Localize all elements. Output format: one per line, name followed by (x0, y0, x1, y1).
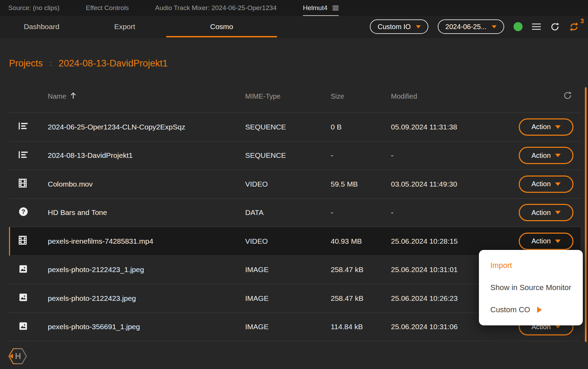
menu-item-show-in-source-monitor[interactable]: Show in Source Monitor (479, 277, 583, 299)
chevron-down-icon (555, 154, 561, 157)
chevron-down-icon (555, 325, 561, 328)
menu-lines-icon[interactable] (532, 23, 541, 30)
helmut-panel-bar: Dashboard Export Cosmo Custom IO 2024-06… (0, 16, 588, 38)
table-row[interactable]: ? HD Bars and Tone DATA - - Action (9, 199, 580, 227)
table-row[interactable]: 2024-06-25-Oper1234-CLN-Copy2ExpSqz SEQU… (9, 113, 580, 142)
custom-io-label: Custom IO (377, 23, 411, 31)
file-name: Colombo.mov (48, 180, 245, 188)
chevron-down-icon (555, 211, 561, 214)
film-icon (19, 179, 27, 188)
modified-date: 05.09.2024 11:31:38 (391, 123, 516, 131)
submenu-arrow-icon (537, 307, 542, 313)
project-dropdown[interactable]: 2024-06-25... (438, 19, 504, 34)
file-name: pexels-irenefilms-74285831.mp4 (48, 237, 245, 245)
tab-dashboard[interactable]: Dashboard (0, 16, 83, 37)
question-icon: ? (19, 207, 28, 216)
project-dropdown-label: 2024-06-25... (445, 23, 487, 31)
action-context-menu: Import Show in Source Monitor Custom CO (479, 250, 583, 325)
svg-text:H: H (15, 351, 21, 361)
mime-type: SEQUENCE (245, 151, 331, 160)
app-tab-label: Audio Track Mixer: 2024-06-25-Oper1234 (155, 4, 277, 12)
breadcrumb-current-project[interactable]: 2024-08-13-DavidProjekt1 (59, 58, 168, 69)
file-size: 258.47 kB (331, 294, 391, 303)
table-header: Name MIME-Type Size Modified (9, 80, 580, 113)
table-refresh-icon[interactable] (563, 91, 580, 102)
menu-item-import[interactable]: Import (479, 254, 583, 277)
menu-item-custom-co[interactable]: Custom CO (479, 299, 583, 321)
modified-date: 03.05.2024 11:49:30 (391, 180, 516, 188)
connection-status-icon (514, 22, 523, 31)
file-size: 114.84 kB (331, 323, 391, 331)
breadcrumb: Projects : 2024-08-13-DavidProjekt1 (9, 57, 588, 70)
file-name: HD Bars and Tone (48, 208, 245, 217)
file-size: 59.5 MB (331, 180, 391, 188)
panel-bar-controls: Custom IO 2024-06-25... (370, 16, 579, 37)
tab-export[interactable]: Export (83, 16, 166, 37)
tab-label: Cosmo (210, 22, 233, 31)
file-size: 258.47 kB (331, 266, 391, 274)
app-tab-label: Helmut4 (303, 4, 328, 12)
breadcrumb-separator: : (50, 60, 52, 68)
mime-type: DATA (245, 208, 331, 217)
image-icon (19, 264, 28, 273)
tab-label: Dashboard (24, 22, 60, 31)
breadcrumb-projects[interactable]: Projects (9, 58, 43, 69)
column-header-name[interactable]: Name (48, 92, 245, 101)
helmut-logo: H (8, 346, 28, 368)
film-icon (19, 236, 27, 245)
app-tab-label: Effect Controls (86, 4, 129, 12)
chevron-down-icon (555, 182, 561, 186)
sync-count-badge: 3 (580, 18, 584, 25)
file-size: - (331, 208, 391, 217)
custom-io-dropdown[interactable]: Custom IO (370, 19, 428, 34)
column-header-size[interactable]: Size (331, 92, 391, 100)
refresh-icon[interactable] (550, 22, 560, 32)
file-size: 40.93 MB (331, 237, 391, 245)
mime-type: IMAGE (245, 266, 331, 274)
table-row[interactable]: 2024-08-13-DavidProjekt1 SEQUENCE - - Ac… (9, 142, 580, 170)
panel-menu-icon[interactable] (332, 5, 339, 11)
file-name: pexels-photo-356691_1.jpeg (48, 323, 245, 331)
table-row[interactable]: Colombo.mov VIDEO 59.5 MB 03.05.2024 11:… (9, 170, 580, 199)
column-header-mime[interactable]: MIME-Type (245, 92, 331, 100)
mime-type: VIDEO (245, 180, 331, 188)
app-tab-effect-controls[interactable]: Effect Controls (86, 0, 129, 16)
action-button[interactable]: Action (519, 147, 573, 164)
sequence-icon (19, 151, 28, 159)
chevron-down-icon (555, 240, 561, 243)
app-tab-source[interactable]: Source: (no clips) (8, 0, 60, 16)
sort-ascending-icon[interactable] (70, 92, 76, 101)
modified-date: - (391, 151, 516, 160)
app-tab-helmut4[interactable]: Helmut4 (303, 0, 339, 16)
app-tab-bar: Source: (no clips) Effect Controls Audio… (0, 0, 588, 16)
file-size: 0 B (331, 123, 391, 131)
action-button[interactable]: Action (519, 204, 573, 221)
image-icon (19, 293, 28, 302)
file-name: pexels-photo-2122423_1.jpeg (48, 266, 245, 274)
chevron-down-icon (416, 25, 421, 28)
modified-date: - (391, 208, 516, 217)
mime-type: SEQUENCE (245, 123, 331, 131)
action-button[interactable]: Action (519, 118, 573, 136)
vertical-scrollbar[interactable] (585, 87, 587, 342)
app-tab-audio-track-mixer[interactable]: Audio Track Mixer: 2024-06-25-Oper1234 (155, 0, 277, 16)
tab-cosmo[interactable]: Cosmo (166, 16, 277, 37)
file-size: - (331, 151, 391, 160)
tab-label: Export (114, 22, 135, 31)
sequence-icon (19, 122, 28, 130)
mime-type: IMAGE (245, 323, 331, 331)
app-tab-label: Source: (no clips) (8, 4, 60, 12)
action-button[interactable]: Action (519, 233, 573, 250)
column-header-modified[interactable]: Modified (391, 92, 516, 100)
chevron-down-icon (555, 125, 561, 129)
svg-text:?: ? (21, 208, 25, 215)
mime-type: IMAGE (245, 294, 331, 303)
file-name: 2024-08-13-DavidProjekt1 (48, 151, 245, 160)
image-icon (19, 322, 28, 331)
action-button[interactable]: Action (519, 176, 573, 193)
file-name: pexels-photo-2122423.jpeg (48, 294, 245, 303)
chevron-down-icon (492, 25, 497, 28)
modified-date: 25.06.2024 10:28:15 (391, 237, 516, 245)
file-name: 2024-06-25-Oper1234-CLN-Copy2ExpSqz (48, 123, 245, 131)
sync-icon[interactable]: 3 (569, 22, 579, 32)
